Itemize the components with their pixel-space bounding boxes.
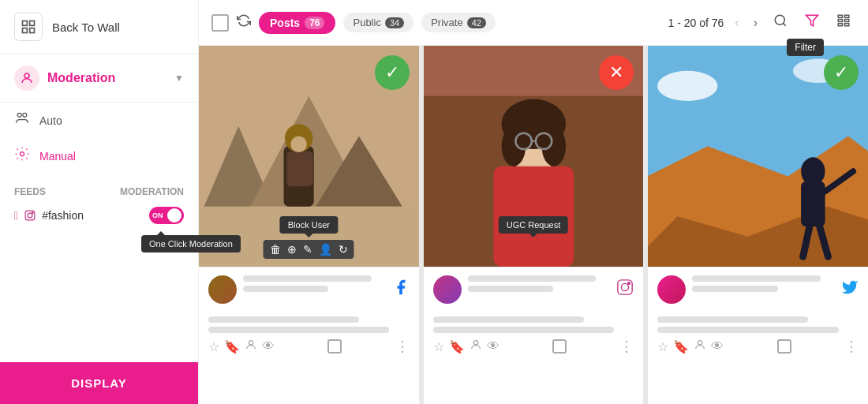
public-label: Public [353,17,380,28]
svg-rect-15 [845,15,849,17]
approved-badge-3: ✓ [824,55,859,90]
instagram-icon:  [14,209,18,222]
post-info-3 [648,267,868,313]
sidebar-item-manual[interactable]: Manual [0,138,198,174]
more-options-icon-1[interactable]: ⋮ [395,338,410,355]
svg-point-43 [628,282,630,285]
more-options-icon-2[interactable]: ⋮ [619,338,634,355]
filter-icon[interactable] [800,13,824,32]
sidebar: Back To Wall Moderation ▼ Auto [0,0,199,404]
eye-icon-3[interactable]: 👁 [711,339,724,354]
next-page-button[interactable]: › [750,14,761,32]
bottom-actions-2: ☆ 🔖 👁 ⋮ [433,338,634,355]
private-count-badge: 42 [467,17,486,28]
post-info-1 [199,267,419,313]
posts-label: Posts [270,17,300,29]
refresh-post-icon[interactable]: ↻ [339,243,348,256]
post-card-2: ✕ UGC Request [424,46,649,404]
posts-count-badge: 76 [305,17,324,29]
grid-view-icon[interactable] [832,12,855,33]
user-icon[interactable]: 👤 [319,243,332,256]
svg-rect-18 [838,24,842,26]
svg-point-47 [657,71,717,101]
moderation-toggle[interactable]: ON One Click Moderation [149,207,184,224]
user-action-icon-2[interactable] [470,339,482,354]
action-text-lines-3 [657,316,859,333]
toggle-on-label: ON [152,211,163,219]
toolbar-right: 1 - 20 of 76 ‹ › Filter [668,12,855,33]
feed-item-fashion:  #fashion ON One Click Moderation [14,207,184,224]
text-line [692,275,821,282]
toggle-background[interactable]: ON [149,207,184,224]
text-line [657,316,808,323]
star-icon-2[interactable]: ☆ [433,339,444,354]
action-text-lines-2 [433,316,634,333]
post-checkbox-1[interactable] [327,339,342,354]
refresh-icon[interactable] [237,13,251,32]
toggle-knob [167,208,181,223]
post-actions-1: ☆ 🔖 👁 ⋮ [199,313,419,361]
post-action-toolbar-1: 🗑 ⊕ ✎ 👤 ↻ [264,240,354,259]
instagram-feed-icon [24,210,36,221]
filter-icon-wrap: Filter [800,13,824,32]
svg-point-42 [622,283,629,290]
svg-rect-14 [838,15,842,17]
chevron-down-icon: ▼ [174,73,184,84]
svg-rect-27 [286,152,312,187]
private-filter-button[interactable]: Private 42 [421,13,496,32]
post-card-1: ✓ Block User 🗑 ⊕ ✎ 👤 ↻ [199,46,424,404]
more-options-icon-3[interactable]: ⋮ [844,338,859,355]
select-all-checkbox[interactable] [211,14,229,32]
post-card-3: ✓ [648,46,868,404]
moderation-icon [14,65,39,91]
svg-rect-0 [23,21,28,26]
star-icon-1[interactable]: ☆ [208,339,219,354]
avatar-2 [433,275,462,304]
svg-line-12 [783,23,785,25]
facebook-icon [392,279,410,301]
post-user-row-2 [433,275,634,304]
action-text-lines-1 [208,316,410,333]
sidebar-item-auto[interactable]: Auto [0,103,198,138]
svg-point-56 [698,341,702,345]
display-button[interactable]: DISPLAY [0,362,198,404]
bookmark-icon-3[interactable]: 🔖 [673,339,689,354]
post-checkbox-3[interactable] [777,339,791,354]
back-to-wall-button[interactable]: Back To Wall [0,0,198,54]
post-image-3: ✓ [648,46,868,267]
eye-icon-2[interactable]: 👁 [487,339,499,354]
prev-page-button[interactable]: ‹ [731,14,742,32]
feed-tag-label: #fashion [42,209,84,222]
star-icon-3[interactable]: ☆ [657,339,668,354]
add-icon[interactable]: ⊕ [287,243,297,256]
svg-point-51 [801,157,825,185]
svg-point-10 [32,212,33,214]
svg-rect-17 [845,20,849,22]
eye-icon-1[interactable]: 👁 [262,339,275,354]
svg-rect-52 [801,181,825,226]
user-action-icon-3[interactable] [694,339,706,354]
moderation-label: Moderation [47,71,115,85]
svg-point-37 [541,126,566,166]
post-checkbox-2[interactable] [552,339,567,354]
block-user-tooltip: Block User [280,216,338,234]
posts-grid: ✓ Block User 🗑 ⊕ ✎ 👤 ↻ [199,46,868,404]
public-filter-button[interactable]: Public 34 [343,13,413,32]
user-action-icon-1[interactable] [245,339,257,354]
one-click-moderation-tooltip: One Click Moderation [141,235,241,252]
posts-filter-button[interactable]: Posts 76 [259,12,335,34]
post-user-row-3 [657,275,859,304]
moderation-header[interactable]: Moderation ▼ [14,65,184,91]
search-icon[interactable] [769,12,792,33]
bookmark-icon-1[interactable]: 🔖 [224,339,240,354]
svg-point-6 [23,113,27,117]
text-line [433,327,614,333]
svg-point-44 [473,341,477,345]
gear-icon [14,146,30,166]
post-text-lines-3 [692,275,835,296]
avatar-3 [657,275,686,304]
delete-icon[interactable]: 🗑 [270,243,281,256]
back-to-wall-label: Back To Wall [52,21,120,34]
edit-icon[interactable]: ✎ [303,243,312,256]
bookmark-icon-2[interactable]: 🔖 [449,339,465,354]
